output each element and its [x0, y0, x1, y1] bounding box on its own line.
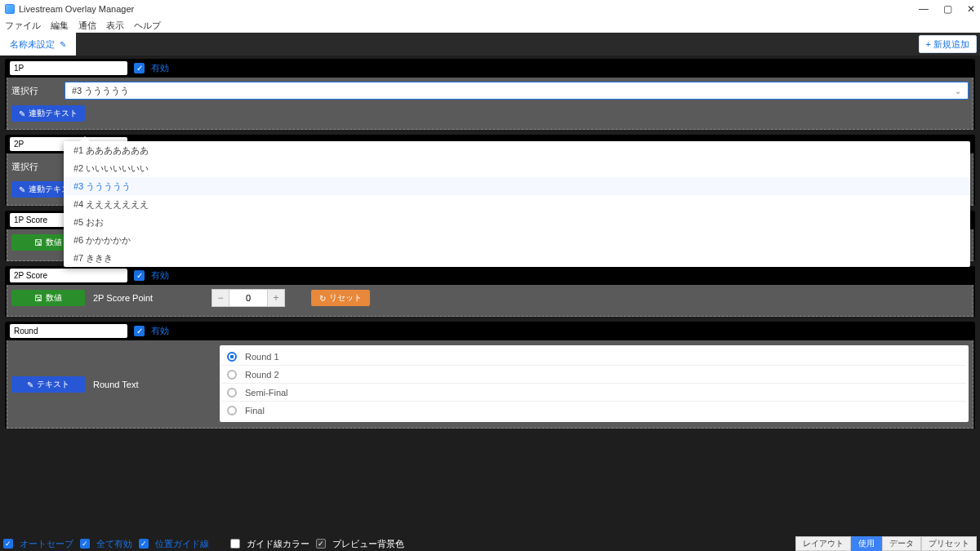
row-select[interactable]: #3 ううううう ⌄ — [65, 82, 969, 100]
dropdown-option[interactable]: #2 いいいいいいい — [64, 159, 970, 177]
round-row[interactable]: Semi-Final — [222, 384, 966, 402]
autosave-checkbox[interactable]: ✓ — [3, 539, 13, 549]
radio-icon[interactable] — [227, 370, 237, 380]
tab-unnamed[interactable]: 名称未設定 — [0, 33, 76, 56]
pen-icon — [19, 185, 25, 194]
allenable-checkbox[interactable]: ✓ — [80, 539, 90, 549]
score-label: 2P Score Point — [93, 293, 203, 303]
score-stepper[interactable]: − 0 + — [212, 289, 285, 307]
preview-bg-checkbox[interactable]: ✓ — [316, 539, 326, 549]
score-value[interactable]: 0 — [229, 289, 267, 307]
dropdown-option[interactable]: #6 かかかかか — [64, 231, 970, 249]
select-value: #3 ううううう — [72, 85, 129, 97]
dropdown-option[interactable]: #4 えええええええ — [64, 195, 970, 213]
number-button[interactable]: 数値 — [11, 290, 85, 306]
maximize-icon[interactable]: ▢ — [943, 3, 952, 15]
tab-strip: 名称未設定 + 新規追加 — [0, 33, 980, 56]
dropdown-option-selected[interactable]: #3 ううううう — [64, 177, 970, 195]
decrement-button[interactable]: − — [212, 289, 229, 307]
reset-icon — [319, 294, 326, 303]
panel-1p: 1P ✓ 有効 選択行 #3 ううううう ⌄ 連動テキスト — [5, 59, 975, 130]
close-icon[interactable]: ✕ — [967, 3, 975, 15]
row-label: 選択行 — [11, 161, 56, 173]
seg-layout[interactable]: レイアウト — [795, 536, 851, 551]
main-area: 1P ✓ 有効 選択行 #3 ううううう ⌄ 連動テキスト #1 あああああああ… — [0, 56, 980, 536]
dropdown-option[interactable]: #1 あああああああ — [64, 141, 970, 159]
tab-label: 名称未設定 — [10, 38, 55, 51]
panel-title-input[interactable]: 2P Score — [10, 269, 127, 282]
round-list: Round 1 Round 2 Semi-Final Final — [220, 345, 969, 422]
enable-label: 有効 — [151, 62, 169, 74]
seg-data[interactable]: データ — [882, 536, 921, 551]
enable-checkbox[interactable]: ✓ — [134, 326, 145, 336]
save-icon — [34, 294, 42, 303]
increment-button[interactable]: + — [267, 289, 285, 307]
enable-checkbox[interactable]: ✓ — [134, 270, 145, 281]
menu-file[interactable]: ファイル — [5, 20, 41, 32]
menu-comm[interactable]: 通信 — [78, 20, 96, 32]
app-icon — [5, 4, 15, 14]
seg-use[interactable]: 使用 — [851, 536, 882, 551]
guides-checkbox[interactable]: ✓ — [139, 539, 149, 549]
round-row[interactable]: Round 2 — [222, 366, 966, 384]
pen-icon — [27, 380, 33, 389]
row-select-dropdown[interactable]: #1 あああああああ #2 いいいいいいい #3 ううううう #4 ええええええ… — [64, 141, 970, 267]
panel-title-input[interactable]: 1P — [10, 61, 127, 75]
panel-2p-score: 2P Score ✓ 有効 数値 2P Score Point − 0 + リセ… — [5, 266, 975, 317]
panel-round: Round ✓ 有効 テキスト Round Text Round 1 Round… — [5, 322, 975, 429]
pen-icon — [19, 109, 25, 118]
radio-icon[interactable] — [227, 406, 237, 415]
row-label: 選択行 — [11, 85, 56, 97]
guides-label: 位置ガイド線 — [155, 538, 209, 550]
autosave-label: オートセーブ — [20, 538, 74, 550]
minimize-icon[interactable]: — — [919, 3, 929, 15]
view-segmented[interactable]: レイアウト 使用 データ プリセット — [795, 536, 977, 551]
allenable-label: 全て有効 — [96, 538, 132, 550]
radio-icon[interactable] — [227, 388, 237, 398]
linked-text-button[interactable]: 連動テキスト — [11, 105, 85, 122]
title-bar: Livestream Overlay Manager — ▢ ✕ — [0, 0, 980, 18]
round-row[interactable]: Round 1 — [222, 348, 966, 366]
dropdown-option[interactable]: #5 おお — [64, 213, 970, 231]
footer-bar: ✓オートセーブ ✓全て有効 ✓位置ガイド線 ガイド線カラー ✓プレビュー背景色 … — [0, 536, 980, 551]
save-icon — [34, 238, 42, 247]
menu-help[interactable]: ヘルプ — [134, 20, 161, 32]
round-text-label: Round Text — [93, 380, 138, 389]
reset-button[interactable]: リセット — [311, 290, 370, 306]
add-new-button[interactable]: + 新規追加 — [919, 35, 977, 53]
menu-bar: ファイル 編集 通信 表示 ヘルプ — [0, 18, 980, 33]
chevron-down-icon: ⌄ — [955, 87, 961, 96]
preview-bg-label: プレビュー背景色 — [332, 538, 404, 550]
enable-label: 有効 — [151, 269, 169, 282]
enable-checkbox[interactable]: ✓ — [134, 63, 145, 73]
enable-label: 有効 — [151, 325, 169, 337]
guide-color-swatch[interactable] — [230, 539, 240, 549]
guide-color-label: ガイド線カラー — [247, 538, 310, 550]
text-button[interactable]: テキスト — [11, 376, 85, 393]
radio-icon[interactable] — [227, 352, 237, 362]
round-row[interactable]: Final — [222, 402, 966, 420]
menu-edit[interactable]: 編集 — [51, 20, 69, 32]
edit-icon[interactable] — [60, 39, 66, 49]
menu-view[interactable]: 表示 — [106, 20, 124, 32]
seg-preset[interactable]: プリセット — [921, 536, 977, 551]
window-title: Livestream Overlay Manager — [19, 4, 134, 14]
dropdown-option[interactable]: #7 ききき — [64, 249, 970, 267]
panel-title-input[interactable]: Round — [10, 324, 127, 338]
